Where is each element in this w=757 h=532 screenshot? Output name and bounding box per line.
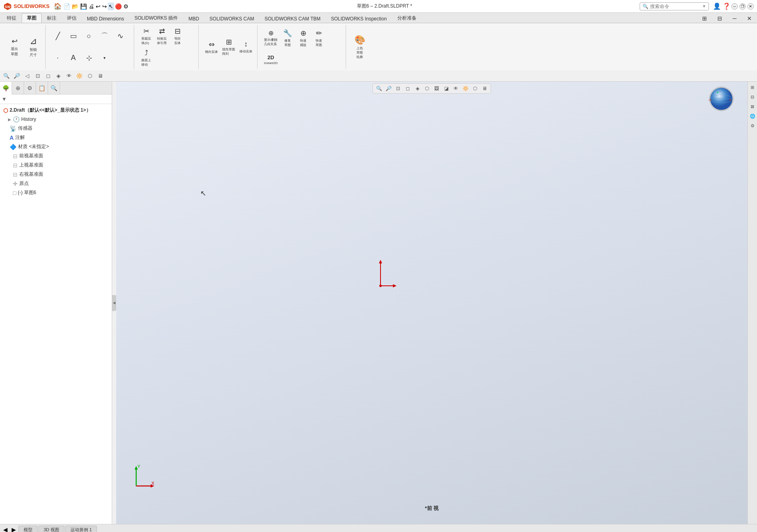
sidebar-tab-search[interactable]: 🔍 — [48, 82, 60, 94]
vp-display-button[interactable]: ◈ — [413, 84, 422, 92]
view-settings-button[interactable]: 🖥 — [95, 72, 105, 80]
sidebar-collapse-handle[interactable]: ◀ — [112, 295, 116, 311]
account-icon[interactable]: 👤 — [712, 2, 722, 11]
previous-view-button[interactable]: ◁ — [22, 72, 32, 80]
offset-entities-button[interactable]: ⊟ 等距实体 — [170, 26, 185, 46]
circle-button[interactable]: ○ — [82, 31, 96, 42]
tab-sw-cam-tbm[interactable]: SOLIDWORKS CAM TBM — [259, 14, 326, 23]
open-icon[interactable]: 📂 — [71, 2, 79, 10]
next-tab-button[interactable]: ▶ — [10, 526, 18, 532]
sidebar-tab-properties[interactable]: ⊕ — [12, 82, 24, 94]
minimize-button[interactable]: ─ — [731, 3, 738, 10]
close-button[interactable]: ✕ — [747, 3, 754, 10]
tree-item-origin[interactable]: ✛ 原点 — [0, 179, 112, 188]
tab-expand-button[interactable]: ⊞ — [697, 14, 712, 23]
save-icon[interactable]: 💾 — [79, 2, 88, 10]
sketch-more-button[interactable]: ▼ — [97, 55, 112, 61]
point-button[interactable]: · — [50, 52, 65, 63]
search-dropdown-icon[interactable]: ▼ — [702, 4, 706, 8]
vp-zoom-fit-button[interactable]: 🔍 — [374, 84, 383, 92]
convert-entities-button[interactable]: ⇄ 转换实体引用 — [155, 26, 169, 46]
restore-button[interactable]: ❐ — [739, 3, 746, 10]
sidebar-tab-config[interactable]: ⚙ — [24, 82, 36, 94]
tab-model[interactable]: 模型 — [18, 526, 38, 532]
options-icon[interactable]: ⚙ — [123, 2, 129, 10]
color-sketch-button[interactable]: 🎨 上色草图轮廓 — [351, 34, 368, 60]
tab-layout-button[interactable]: ⊟ — [712, 14, 727, 23]
redo-icon[interactable]: ↪ — [101, 2, 108, 10]
new-icon[interactable]: 📄 — [62, 2, 71, 10]
tree-item-history[interactable]: ▶ 🕐 History — [0, 115, 112, 124]
surface-move-button[interactable]: ⤴ 曲面上移动 — [139, 48, 153, 68]
line-button[interactable]: ╱ — [50, 30, 65, 42]
tab-mbd-dimensions[interactable]: MBD Dimensions — [82, 14, 129, 23]
tab-sketch[interactable]: 草图 — [22, 13, 42, 23]
tab-analysis[interactable]: 分析准备 — [392, 13, 422, 23]
prev-tab-button[interactable]: ◀ — [2, 526, 9, 532]
smart-dimension-button[interactable]: ⊿ 智能尺寸 — [24, 35, 42, 59]
exit-sketch-button[interactable]: ↩ 退出草图 — [6, 36, 23, 58]
tree-item-sensors[interactable]: 📡 传感器 — [0, 124, 112, 133]
undo-icon[interactable]: ↩ — [95, 2, 101, 10]
view-orientation-cube[interactable]: Y X -X — [707, 85, 735, 113]
tab-motion-study[interactable]: 运动算例 1 — [65, 526, 97, 532]
vp-monitor-button[interactable]: 🖥 — [480, 84, 489, 92]
tree-item-top-plane[interactable]: ⊟ 上视基准面 — [0, 161, 112, 170]
zoom-button[interactable]: 🔎 — [12, 72, 22, 80]
vp-hex-button[interactable]: ⬡ — [471, 84, 479, 92]
move-entities-button[interactable]: ↕ 移动实体 — [238, 39, 254, 55]
instant2d-button[interactable]: 2D Instant2D — [262, 53, 279, 66]
text-button[interactable]: A — [66, 52, 81, 63]
edit-appearance-button[interactable]: 🔆 — [74, 72, 84, 80]
sidebar-tab-appearances[interactable]: 📋 — [36, 82, 48, 94]
viewport[interactable]: 🔍 🔎 ⊡ ◻ ◈ ⬡ 🖼 ◪ 👁 🔆 ⬡ 🖥 ↖ — [116, 82, 747, 524]
tab-mbd[interactable]: MBD — [183, 14, 204, 23]
rp-btn-1[interactable]: ⊞ — [749, 83, 757, 91]
tab-evaluate[interactable]: 评估 — [62, 13, 82, 23]
vp-section-button[interactable]: ⊡ — [394, 84, 403, 92]
vp-section2-button[interactable]: ◪ — [442, 84, 451, 92]
vp-hide-button[interactable]: 🖼 — [432, 84, 441, 92]
tab-close-ribbon[interactable]: ✕ — [742, 14, 757, 23]
quick-sketch-button[interactable]: ✏ 快速草图 — [312, 28, 326, 48]
tree-item-annotations[interactable]: A 注解 — [0, 133, 112, 142]
tab-sw-cam[interactable]: SOLIDWORKS CAM — [204, 14, 259, 23]
vp-eye-button[interactable]: 👁 — [451, 84, 460, 92]
print-icon[interactable]: 🖨 — [88, 2, 95, 10]
rectangle-button[interactable]: ▭ — [66, 30, 81, 42]
tab-minimize-ribbon[interactable]: ─ — [727, 14, 742, 23]
vp-light-button[interactable]: 🔆 — [461, 84, 470, 92]
quick-snap-button[interactable]: ⊕ 快速捕捉 — [296, 28, 310, 48]
tree-item-sketch6[interactable]: □ (-) 草图6 — [0, 188, 112, 197]
tab-markup[interactable]: 标注 — [42, 13, 62, 23]
search-box[interactable]: 🔍 ▼ — [640, 2, 709, 10]
tab-sw-plugins[interactable]: SOLIDWORKS 插件 — [129, 13, 183, 23]
zoom-to-fit-button[interactable]: 🔍 — [2, 72, 11, 80]
sidebar-tab-feature-tree[interactable]: 🌳 — [0, 82, 12, 94]
tab-3d-view[interactable]: 3D 视图 — [38, 526, 64, 532]
construction-line-button[interactable]: ⊹ — [82, 52, 96, 64]
tree-item-material[interactable]: 🔷 材质 <未指定> — [0, 142, 112, 151]
vp-zoom-button[interactable]: 🔎 — [384, 84, 393, 92]
vp-3d-button[interactable]: ◻ — [403, 84, 412, 92]
spline-button[interactable]: ∿ — [113, 30, 127, 42]
trim-button[interactable]: ✂ 剪裁实体(D) — [139, 26, 153, 46]
search-input[interactable] — [650, 4, 702, 9]
rp-btn-2[interactable]: ⊟ — [749, 93, 757, 101]
show-relations-button[interactable]: ⊕ 显示/删除几何关系 — [262, 28, 279, 48]
arc-button[interactable]: ⌒ — [97, 30, 112, 42]
rp-btn-3[interactable]: ⊠ — [749, 102, 757, 110]
tab-features[interactable]: 特征 — [2, 13, 22, 23]
vp-render-button[interactable]: ⬡ — [423, 84, 431, 92]
apply-scene-button[interactable]: ⬡ — [85, 72, 95, 80]
select-icon[interactable]: ↖ — [108, 2, 114, 10]
rp-btn-5[interactable]: ⚙ — [749, 122, 757, 130]
display-style-button[interactable]: ◈ — [54, 72, 63, 80]
section-view-button[interactable]: ⊡ — [33, 72, 42, 80]
hide-show-button[interactable]: 👁 — [64, 72, 74, 80]
mirror-button[interactable]: ⇔ 镜向实体 — [203, 39, 219, 55]
tree-item-right-plane[interactable]: ⊟ 右视基准面 — [0, 170, 112, 179]
rebuild-icon[interactable]: 🔴 — [114, 2, 123, 10]
tab-sw-inspection[interactable]: SOLIDWORKS Inspection — [326, 14, 392, 23]
repair-sketch-button[interactable]: 🔧 修复草图 — [280, 28, 295, 48]
